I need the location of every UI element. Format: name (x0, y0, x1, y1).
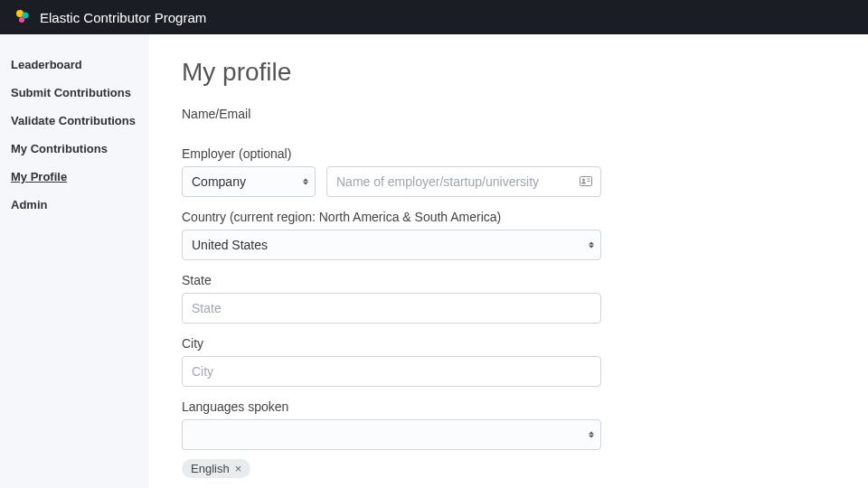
svg-point-2 (19, 17, 24, 23)
sidebar-item-submit-contributions[interactable]: Submit Contributions (11, 79, 138, 107)
main-content: My profile Name/Email Employer (optional… (149, 34, 868, 488)
sidebar-item-admin[interactable]: Admin (11, 191, 138, 219)
sidebar-item-my-profile[interactable]: My Profile (11, 163, 138, 191)
languages-label: Languages spoken (182, 399, 835, 414)
country-label: Country (current region: North America &… (182, 210, 835, 224)
languages-select[interactable] (182, 419, 601, 450)
country-select[interactable]: United States (182, 230, 601, 260)
language-tag-label: English (191, 462, 230, 475)
elastic-logo-icon (14, 9, 31, 25)
name-email-label: Name/Email (182, 107, 835, 121)
sidebar-item-validate-contributions[interactable]: Validate Contributions (11, 107, 138, 135)
sidebar-item-leaderboard[interactable]: Leaderboard (11, 51, 138, 79)
state-label: State (182, 273, 835, 287)
employer-name-input[interactable] (326, 166, 601, 197)
header-title: Elastic Contributor Program (40, 10, 206, 25)
header: Elastic Contributor Program (0, 0, 868, 34)
sidebar: Leaderboard Submit Contributions Validat… (0, 34, 149, 488)
language-tag: English × (182, 459, 250, 478)
employer-type-select[interactable]: Company (182, 166, 316, 197)
employer-label: Employer (optional) (182, 146, 835, 161)
page-title: My profile (182, 58, 835, 87)
state-input[interactable] (182, 293, 601, 324)
city-input[interactable] (182, 356, 601, 387)
city-label: City (182, 336, 835, 351)
close-icon[interactable]: × (235, 463, 242, 474)
sidebar-item-my-contributions[interactable]: My Contributions (11, 135, 138, 163)
